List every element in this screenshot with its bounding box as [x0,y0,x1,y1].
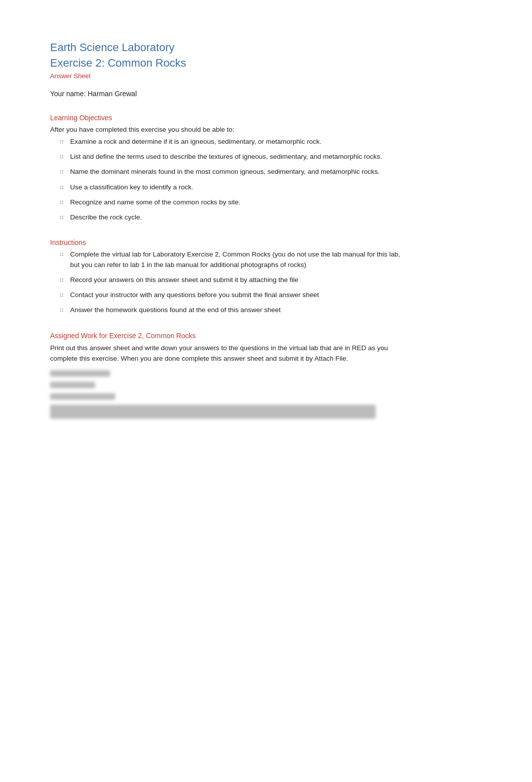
title-line1: Earth Science Laboratory [50,40,401,56]
blurred-content [50,370,401,419]
learning-objectives-title: Learning Objectives [50,114,401,122]
assigned-work-body: Print out this answer sheet and write do… [50,343,401,364]
title-line3: Answer Sheet [50,72,401,80]
assigned-work-section: Assigned Work for Exercise 2, Common Roc… [50,332,401,419]
page-container: Earth Science Laboratory Exercise 2: Com… [0,0,451,464]
instructions-list: Complete the virtual lab for Laboratory … [60,249,401,315]
learning-objectives-list: Examine a rock and determine if it is an… [60,137,401,223]
list-item: Contact your instructor with any questio… [60,290,401,300]
student-label: Your name: [50,90,86,98]
learning-objectives-intro: After you have completed this exercise y… [50,125,401,135]
learning-objectives-section: Learning Objectives After you have compl… [50,114,401,223]
list-item: Complete the virtual lab for Laboratory … [60,249,401,270]
list-item: Answer the homework questions found at t… [60,305,401,315]
blurred-line-3 [50,393,115,400]
assigned-work-title: Assigned Work for Exercise 2, Common Roc… [50,332,401,340]
list-item: List and define the terms used to descri… [60,152,401,162]
list-item: Record your answers on this answer sheet… [60,275,401,285]
list-item: Use a classification key to identify a r… [60,182,401,192]
blurred-line-2 [50,382,95,388]
list-item: Recognize and name some of the common ro… [60,197,401,207]
blurred-line-1 [50,370,110,377]
blurred-line-4 [50,405,376,419]
title-block: Earth Science Laboratory Exercise 2: Com… [50,40,401,80]
student-value: Harman Grewal [88,90,137,98]
student-name: Your name: Harman Grewal [50,90,401,98]
instructions-title: Instructions [50,238,401,246]
list-item: Describe the rock cycle. [60,212,401,222]
title-line2: Exercise 2: Common Rocks [50,56,401,71]
instructions-section: Instructions Complete the virtual lab fo… [50,238,401,315]
list-item: Examine a rock and determine if it is an… [60,137,401,147]
list-item: Name the dominant minerals found in the … [60,167,401,177]
